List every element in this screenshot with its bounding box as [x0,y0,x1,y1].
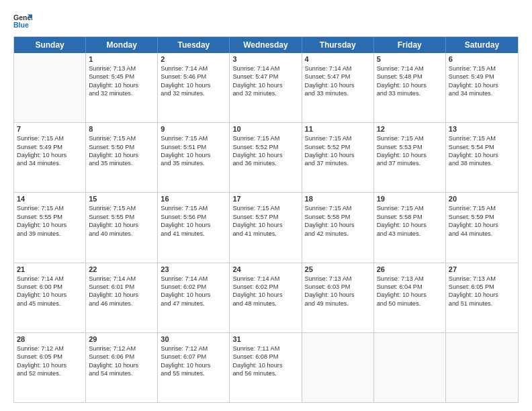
cell-info-line: Daylight: 10 hours [305,151,371,159]
cell-info-line: Sunset: 5:58 PM [305,213,371,221]
cell-info-line: and 44 minutes. [449,230,515,238]
cell-info-line: Daylight: 10 hours [161,81,226,89]
cell-info-line: and 49 minutes. [305,300,371,308]
cell-info-line: and 37 minutes. [305,159,371,167]
cell-info-line: Sunset: 6:02 PM [232,283,298,291]
cell-info-line: and 33 minutes. [305,89,371,97]
cell-info-line: Sunrise: 7:14 AM [17,275,83,283]
cell-info-line: Daylight: 10 hours [89,221,154,229]
header-day-sunday: Sunday [14,37,86,53]
cell-info-line: Sunrise: 7:15 AM [89,204,154,212]
calendar-cell: 30Sunrise: 7:12 AMSunset: 6:07 PMDayligh… [158,333,230,402]
calendar-cell: 13Sunrise: 7:15 AMSunset: 5:54 PMDayligh… [446,123,518,192]
calendar-body: 1Sunrise: 7:13 AMSunset: 5:45 PMDaylight… [14,53,518,402]
cell-info-line: Daylight: 10 hours [232,221,298,229]
cell-info-line: Daylight: 10 hours [161,151,226,159]
header: General Blue [13,12,519,31]
calendar-cell [374,333,446,402]
cell-info-line: and 36 minutes. [232,159,298,167]
cell-info-line: and 38 minutes. [449,159,515,167]
day-number: 20 [449,195,515,203]
cell-info-line: Sunset: 5:52 PM [305,143,371,151]
cell-info-line: Daylight: 10 hours [89,291,154,299]
cell-info-line: Sunset: 5:53 PM [377,143,443,151]
calendar-cell: 4Sunrise: 7:14 AMSunset: 5:47 PMDaylight… [302,53,374,122]
cell-info-line: Sunset: 5:45 PM [89,73,154,81]
cell-info-line: Sunrise: 7:14 AM [161,64,226,73]
cell-info-line: and 43 minutes. [377,230,443,238]
day-number: 17 [232,195,298,203]
calendar-cell: 26Sunrise: 7:13 AMSunset: 6:04 PMDayligh… [374,263,446,332]
cell-info-line: Sunset: 5:51 PM [161,143,226,151]
cell-info-line: Sunrise: 7:13 AM [305,275,371,283]
day-number: 31 [232,335,298,343]
day-number: 22 [89,265,154,273]
calendar-cell: 9Sunrise: 7:15 AMSunset: 5:51 PMDaylight… [158,123,230,192]
day-number: 7 [17,125,83,133]
calendar-cell: 12Sunrise: 7:15 AMSunset: 5:53 PMDayligh… [374,123,446,192]
cell-info-line: Sunrise: 7:11 AM [232,345,298,353]
cell-info-line: and 55 minutes. [161,369,226,377]
cell-info-line: and 33 minutes. [377,89,443,97]
cell-info-line: Sunrise: 7:13 AM [449,275,515,283]
cell-info-line: Sunset: 5:55 PM [17,213,83,221]
day-number: 14 [17,195,83,203]
calendar-cell: 3Sunrise: 7:14 AMSunset: 5:47 PMDaylight… [230,53,302,122]
header-day-saturday: Saturday [446,37,518,53]
cell-info-line: Sunrise: 7:12 AM [17,345,83,353]
cell-info-line: Daylight: 10 hours [377,291,443,299]
cell-info-line: and 35 minutes. [89,159,154,167]
calendar-cell: 6Sunrise: 7:15 AMSunset: 5:49 PMDaylight… [446,53,518,122]
cell-info-line: Sunrise: 7:13 AM [89,64,154,73]
cell-info-line: Sunrise: 7:15 AM [232,204,298,212]
cell-info-line: Sunrise: 7:15 AM [377,204,443,212]
cell-info-line: Daylight: 10 hours [161,221,226,229]
calendar-row-4: 21Sunrise: 7:14 AMSunset: 6:00 PMDayligh… [14,263,518,333]
cell-info-line: Sunrise: 7:12 AM [89,345,154,353]
calendar-cell: 11Sunrise: 7:15 AMSunset: 5:52 PMDayligh… [302,123,374,192]
cell-info-line: Daylight: 10 hours [161,361,226,369]
cell-info-line: and 34 minutes. [17,159,83,167]
day-number: 13 [449,125,515,133]
calendar-row-2: 7Sunrise: 7:15 AMSunset: 5:49 PMDaylight… [14,123,518,193]
cell-info-line: Sunset: 5:57 PM [232,213,298,221]
day-number: 23 [161,265,226,273]
cell-info-line: Daylight: 10 hours [449,291,515,299]
day-number: 8 [89,125,154,133]
calendar-cell: 7Sunrise: 7:15 AMSunset: 5:49 PMDaylight… [14,123,86,192]
cell-info-line: Sunset: 5:59 PM [449,213,515,221]
cell-info-line: and 37 minutes. [377,159,443,167]
cell-info-line: Sunrise: 7:14 AM [161,275,226,283]
header-day-wednesday: Wednesday [230,37,302,53]
cell-info-line: Sunset: 5:56 PM [161,213,226,221]
cell-info-line: Daylight: 10 hours [377,221,443,229]
logo-icon: General Blue [13,12,32,31]
cell-info-line: Sunset: 5:55 PM [89,213,154,221]
calendar-row-3: 14Sunrise: 7:15 AMSunset: 5:55 PMDayligh… [14,193,518,263]
calendar-row-1: 1Sunrise: 7:13 AMSunset: 5:45 PMDaylight… [14,53,518,123]
day-number: 9 [161,125,226,133]
cell-info-line: and 41 minutes. [161,230,226,238]
day-number: 29 [89,335,154,343]
calendar-cell: 21Sunrise: 7:14 AMSunset: 6:00 PMDayligh… [14,263,86,332]
cell-info-line: and 47 minutes. [161,300,226,308]
cell-info-line: Sunset: 6:08 PM [232,353,298,361]
cell-info-line: Daylight: 10 hours [89,361,154,369]
cell-info-line: Sunset: 5:47 PM [232,73,298,81]
cell-info-line: and 48 minutes. [232,300,298,308]
cell-info-line: and 40 minutes. [89,230,154,238]
cell-info-line: Sunrise: 7:15 AM [17,204,83,212]
day-number: 10 [232,125,298,133]
day-number: 19 [377,195,443,203]
calendar-cell [302,333,374,402]
cell-info-line: Sunset: 5:48 PM [377,73,443,81]
calendar-header: SundayMondayTuesdayWednesdayThursdayFrid… [14,37,518,53]
cell-info-line: and 56 minutes. [232,369,298,377]
cell-info-line: Daylight: 10 hours [305,81,371,89]
cell-info-line: Sunrise: 7:14 AM [305,64,371,73]
cell-info-line: Sunset: 6:00 PM [17,283,83,291]
cell-info-line: Daylight: 10 hours [232,81,298,89]
cell-info-line: and 50 minutes. [377,300,443,308]
calendar-cell: 22Sunrise: 7:14 AMSunset: 6:01 PMDayligh… [86,263,158,332]
cell-info-line: Sunset: 5:49 PM [449,73,515,81]
